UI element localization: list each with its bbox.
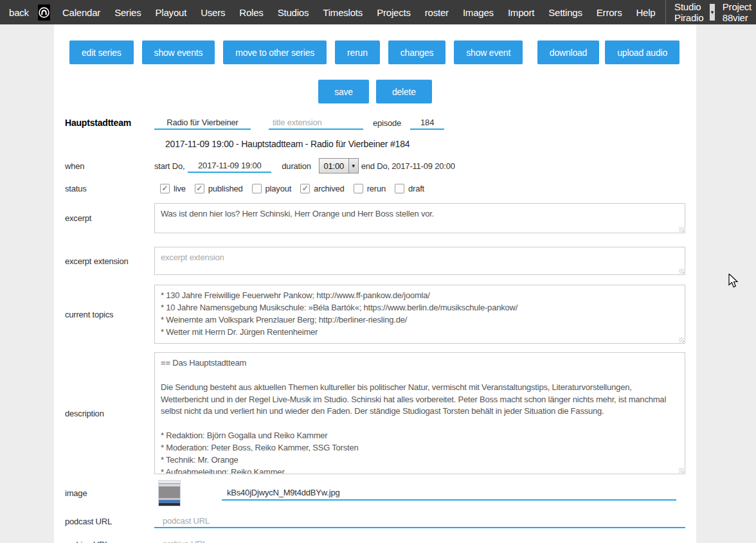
image-filename-input[interactable]: [222, 486, 676, 501]
edit-series-button[interactable]: edit series: [69, 40, 134, 64]
move-to-other-series-button[interactable]: move to other series: [223, 40, 327, 64]
upload-audio-button[interactable]: upload audio: [605, 40, 680, 64]
current-topics-row: current topics * 130 Jahre Freiwillige F…: [65, 285, 685, 344]
excerpt-textarea[interactable]: Was ist denn hier los? Herr Schinski, He…: [154, 203, 685, 233]
nav-item-users[interactable]: Users: [194, 7, 232, 18]
podcast-url-input[interactable]: [154, 514, 685, 528]
episode-label: episode: [373, 118, 401, 128]
rerun-checkbox[interactable]: [354, 184, 363, 193]
event-summary: 2017-11-09 19:00 - Hauptstadtteam - Radi…: [165, 139, 685, 149]
duration-label: duration: [282, 161, 310, 171]
status-live: live: [160, 184, 186, 193]
archive-url-label: archive URL: [65, 540, 154, 543]
rerun-checkbox-label: rerun: [367, 184, 386, 193]
studio-select[interactable]: Studio Piradio ▼: [668, 1, 716, 23]
draft-checkbox[interactable]: [395, 184, 404, 193]
excerpt-extension-row: excerpt extension: [65, 247, 685, 275]
podcast-url-row: podcast URL: [65, 514, 685, 528]
piradio-logo-icon[interactable]: [38, 4, 50, 21]
excerpt-extension-label: excerpt extension: [65, 256, 154, 266]
status-playout: playout: [252, 184, 292, 193]
circled-pi-icon: [38, 6, 50, 19]
save-button[interactable]: save: [318, 80, 369, 103]
mouse-cursor: [728, 274, 740, 289]
archived-checkbox[interactable]: [300, 184, 310, 193]
start-prefix-label: start Do,: [154, 161, 184, 171]
nav-item-help[interactable]: Help: [629, 7, 662, 18]
nav-item-roster[interactable]: roster: [418, 7, 456, 18]
archive-url-input[interactable]: [154, 537, 685, 543]
episode-input[interactable]: [410, 116, 444, 130]
live-checkbox-label: live: [174, 184, 186, 193]
project-select[interactable]: Project 88vier ▼: [716, 1, 756, 23]
studio-select-value: Studio Piradio: [674, 1, 707, 23]
title-extension-input[interactable]: [269, 116, 363, 130]
start-datetime-input[interactable]: [188, 159, 271, 173]
page: back Calendar Series Playout Users Roles…: [0, 0, 756, 543]
live-checkbox[interactable]: [160, 184, 170, 193]
nav-item-playout[interactable]: Playout: [148, 7, 194, 18]
nav-back-link[interactable]: back: [0, 7, 35, 18]
chevron-down-icon: ▼: [348, 159, 358, 173]
main-content: edit series show events move to other se…: [54, 24, 696, 543]
description-textarea[interactable]: == Das Hauptstadtteam Die Sendung besteh…: [154, 352, 685, 474]
chevron-down-icon[interactable]: ▼: [710, 4, 715, 21]
current-topics-label: current topics: [65, 310, 154, 319]
nav-item-studios[interactable]: Studios: [271, 7, 316, 18]
title-input[interactable]: [154, 116, 251, 130]
status-published: published: [195, 184, 243, 193]
nav-item-series[interactable]: Series: [107, 7, 148, 18]
nav-item-roles[interactable]: Roles: [232, 7, 270, 18]
rerun-button[interactable]: rerun: [335, 40, 380, 64]
playout-checkbox-label: playout: [266, 184, 292, 193]
episode-image-thumbnail[interactable]: [158, 480, 181, 506]
download-button[interactable]: download: [537, 40, 599, 64]
when-row: when start Do, duration 01:00 ▼ end Do, …: [65, 158, 685, 174]
archived-checkbox-label: archived: [314, 184, 345, 193]
playout-checkbox[interactable]: [252, 184, 262, 193]
toolbar-row-2: save delete: [54, 80, 696, 103]
show-events-button[interactable]: show events: [142, 40, 215, 64]
toolbar-left-group: edit series show events move to other se…: [69, 40, 523, 64]
excerpt-row: excerpt Was ist denn hier los? Herr Schi…: [65, 203, 685, 233]
project-select-value: Project 88vier: [723, 1, 755, 23]
nav-item-projects[interactable]: Projects: [370, 7, 418, 18]
series-name-label: Hauptstadtteam: [65, 118, 154, 128]
nav-item-import[interactable]: Import: [501, 7, 541, 18]
changes-button[interactable]: changes: [388, 40, 446, 64]
status-archived: archived: [300, 184, 345, 193]
excerpt-extension-textarea[interactable]: [154, 247, 685, 275]
toolbar-row-1: edit series show events move to other se…: [69, 40, 680, 64]
description-row: description == Das Hauptstadtteam Die Se…: [65, 352, 685, 474]
status-label: status: [65, 184, 154, 193]
published-checkbox-label: published: [208, 184, 243, 193]
duration-select[interactable]: 01:00 ▼: [319, 158, 359, 174]
top-navbar: back Calendar Series Playout Users Roles…: [0, 0, 756, 24]
toolbar-right-group: download upload audio: [537, 40, 680, 64]
nav-item-images[interactable]: Images: [456, 7, 501, 18]
when-label: when: [65, 161, 154, 171]
end-datetime-label: end Do, 2017-11-09 20:00: [361, 161, 455, 171]
nav-item-calendar[interactable]: Calendar: [55, 7, 107, 18]
duration-select-value: 01:00: [320, 159, 348, 173]
podcast-url-label: podcast URL: [65, 517, 154, 526]
image-label: image: [65, 488, 154, 498]
draft-checkbox-label: draft: [408, 184, 424, 193]
current-topics-textarea[interactable]: * 130 Jahre Freiwillige Feuerwehr Pankow…: [154, 285, 685, 344]
nav-item-settings[interactable]: Settings: [541, 7, 590, 18]
status-rerun: rerun: [354, 184, 386, 193]
excerpt-label: excerpt: [65, 213, 154, 223]
published-checkbox[interactable]: [195, 184, 204, 193]
nav-item-errors[interactable]: Errors: [590, 7, 629, 18]
image-row: image: [65, 480, 685, 506]
nav-item-timeslots[interactable]: Timeslots: [316, 7, 370, 18]
delete-button[interactable]: delete: [376, 80, 432, 103]
status-row: status live published playout: [65, 184, 685, 193]
description-label: description: [65, 409, 154, 418]
navbar-right-group: Studio Piradio ▼ Project 88vier ▼ Logout…: [663, 0, 756, 24]
archive-url-row: archive URL: [65, 537, 685, 543]
title-row: Hauptstadtteam episode: [65, 116, 685, 130]
status-checkbox-group: live published playout archived: [160, 184, 424, 193]
status-draft: draft: [395, 184, 424, 193]
show-event-button[interactable]: show event: [454, 40, 523, 64]
